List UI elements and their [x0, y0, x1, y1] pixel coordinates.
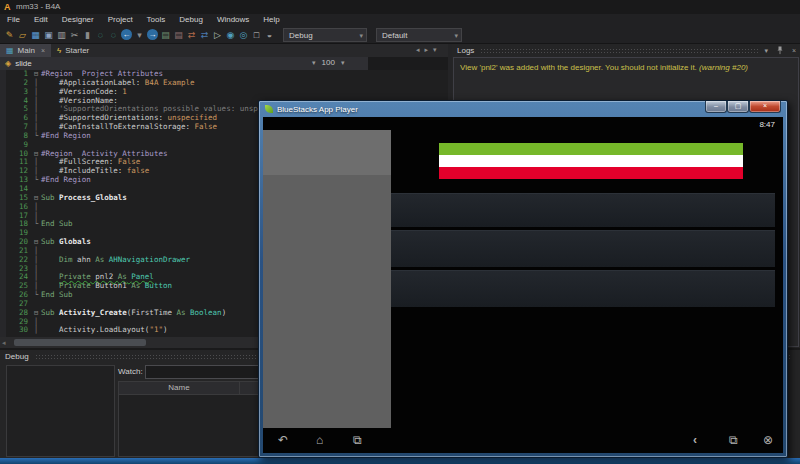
menu-windows[interactable]: Windows: [210, 14, 256, 26]
navigation-drawer-header[interactable]: [263, 130, 391, 175]
run-icon[interactable]: ▷: [211, 28, 224, 42]
code-token: Dim: [59, 255, 73, 264]
bs-close-button[interactable]: ×: [749, 101, 781, 113]
build-configuration-select[interactable]: Debug ▾: [283, 28, 367, 42]
undo-icon[interactable]: ←: [121, 29, 132, 40]
fold-marker: │: [31, 282, 41, 291]
tab-starter[interactable]: ϟStarter: [51, 44, 95, 57]
clean-project-icon[interactable]: ◒: [263, 28, 276, 42]
menu-help[interactable]: Help: [256, 14, 286, 26]
menu-debug[interactable]: Debug: [172, 14, 210, 26]
code-token: Activity.LoadLayout(: [41, 325, 149, 334]
new-project-icon[interactable]: ✎: [3, 28, 16, 42]
open-project-icon[interactable]: ▱: [16, 28, 29, 42]
fold-marker: └: [31, 132, 41, 141]
recents-icon[interactable]: ⧉: [353, 433, 362, 447]
listview-item[interactable]: [391, 270, 775, 307]
fold-marker: │: [31, 203, 41, 212]
code-token: Activity_Create: [59, 308, 127, 317]
code-token: #End Region: [41, 131, 91, 140]
scroll-left-icon[interactable]: ◂: [2, 338, 6, 347]
deploy-target-select[interactable]: Default ▾: [376, 28, 462, 42]
tab-label: Starter: [65, 46, 89, 55]
code-token: As: [131, 281, 140, 290]
menu-tools[interactable]: Tools: [140, 14, 173, 26]
menu-file[interactable]: File: [0, 14, 27, 26]
cut-icon[interactable]: ✂: [68, 28, 81, 42]
scrollbar-thumb[interactable]: [14, 339, 146, 346]
code-text: End Sub: [41, 220, 73, 229]
chevron-down-icon: ▾: [359, 29, 363, 42]
bs-minimize-button[interactable]: –: [705, 101, 727, 113]
designer-sync-icon[interactable]: ⇄: [185, 28, 198, 42]
taskbar-edge: [0, 458, 800, 464]
menu-project[interactable]: Project: [101, 14, 140, 26]
code-token: End Sub: [41, 219, 73, 228]
debug-callstack-list[interactable]: [6, 365, 115, 457]
undo-dropdown-icon[interactable]: ▾: [133, 28, 146, 42]
flag-panel: [439, 143, 743, 179]
code-token: #SupportedOrientations:: [41, 113, 167, 122]
copy-icon[interactable]: ▥: [55, 28, 68, 42]
code-text: #End Region: [41, 132, 91, 141]
fold-marker[interactable]: ⊟: [31, 238, 41, 247]
tab-main[interactable]: ▦Main×: [0, 44, 51, 57]
code-token: End Sub: [41, 290, 73, 299]
bluestacks-title: BlueStacks App Player: [277, 105, 358, 114]
bluestacks-titlebar[interactable]: BlueStacks App Player: [265, 103, 358, 115]
debug-attach-icon[interactable]: ◉: [224, 28, 237, 42]
save-icon[interactable]: ▦: [29, 28, 42, 42]
logs-menu-icon[interactable]: ▾: [764, 47, 768, 55]
zoom-up-icon[interactable]: ▾: [341, 59, 345, 67]
comment-icon[interactable]: ▤: [159, 28, 172, 42]
editor-zoom-control[interactable]: ▾ 100 ▾: [312, 58, 344, 67]
code-token: False: [195, 122, 218, 131]
fold-marker: │: [31, 123, 41, 132]
listview-item[interactable]: [391, 230, 775, 267]
code-token: As: [118, 272, 127, 281]
close-circle-icon[interactable]: ⊗: [763, 433, 773, 447]
code-text: #End Region: [41, 176, 91, 185]
fold-marker[interactable]: ⊟: [31, 70, 41, 79]
fold-marker[interactable]: ⊟: [31, 194, 41, 203]
share-icon[interactable]: ‹: [693, 433, 697, 447]
tab-scroll-right-icon[interactable]: ▸: [425, 46, 429, 54]
stop-icon[interactable]: □: [250, 28, 263, 42]
find-icon[interactable]: ◌: [94, 28, 107, 42]
redo-icon[interactable]: →: [147, 29, 158, 40]
tab-list-icon[interactable]: ▾: [433, 46, 437, 54]
uncomment-icon[interactable]: ▤: [172, 28, 185, 42]
modules-sync-icon[interactable]: ⇄: [198, 28, 211, 42]
watch-name-column-header: Name: [119, 382, 240, 394]
code-token: "1": [149, 325, 163, 334]
windows-mode-icon[interactable]: ⧉: [729, 433, 738, 447]
fold-marker: │: [31, 273, 41, 282]
module-name: slide: [15, 59, 31, 68]
navigation-drawer-panel[interactable]: [263, 175, 391, 428]
tab-scroll-left-icon[interactable]: ◂: [416, 46, 420, 54]
fold-marker[interactable]: ⊟: [31, 309, 41, 318]
code-text: End Sub: [41, 291, 73, 300]
menu-edit[interactable]: Edit: [27, 14, 55, 26]
chevron-down-icon: ▾: [454, 29, 458, 42]
bluestacks-window[interactable]: BlueStacks App Player –▢× 8:47 ↶⌂⧉‹⧉⊗: [258, 100, 788, 458]
home-icon[interactable]: ⌂: [316, 433, 323, 447]
tab-close-icon[interactable]: ×: [41, 47, 45, 54]
fold-marker: │: [31, 79, 41, 88]
debug-resume-icon[interactable]: ◎: [237, 28, 250, 42]
bs-maximize-button[interactable]: ▢: [727, 101, 749, 113]
replace-icon[interactable]: ◌: [107, 28, 120, 42]
listview-item[interactable]: [391, 193, 775, 227]
code-token: #VersionName:: [41, 96, 122, 105]
lock-icon[interactable]: ▮: [81, 28, 94, 42]
fold-marker: │: [31, 105, 41, 114]
zoom-down-icon[interactable]: ▾: [312, 59, 316, 67]
new-module-icon[interactable]: ▣: [42, 28, 55, 42]
code-token: (FirstTime: [127, 308, 177, 317]
back-icon[interactable]: ↶: [278, 433, 288, 447]
menu-designer[interactable]: Designer: [55, 14, 101, 26]
pin-icon[interactable]: [776, 46, 784, 55]
close-icon[interactable]: ×: [792, 47, 796, 54]
module-cube-icon: ◈: [5, 59, 11, 68]
code-token: 1: [122, 87, 127, 96]
